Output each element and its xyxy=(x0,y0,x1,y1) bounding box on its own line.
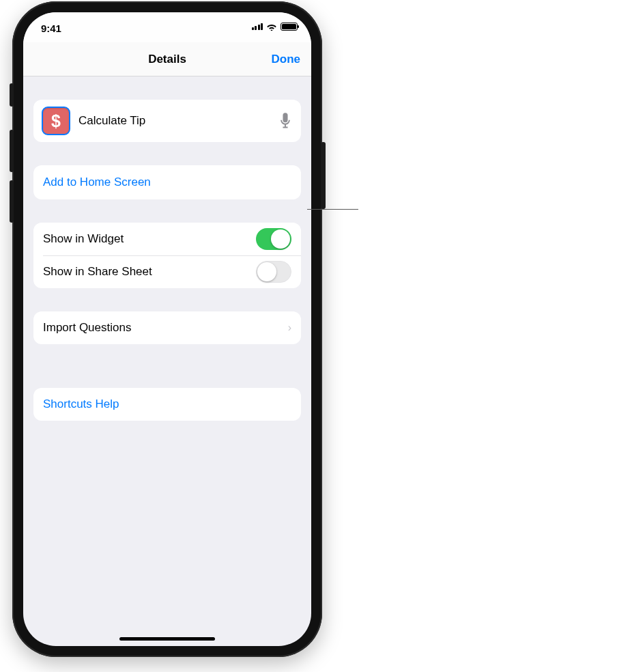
show-in-share-sheet-toggle[interactable] xyxy=(256,261,291,283)
shortcut-name-row[interactable]: $ Calculate Tip xyxy=(33,100,301,142)
shortcut-name-group: $ Calculate Tip xyxy=(33,100,301,142)
show-in-widget-toggle[interactable] xyxy=(256,228,291,250)
import-questions-button[interactable]: Import Questions › xyxy=(33,311,301,344)
chevron-right-icon: › xyxy=(288,322,291,334)
toggles-group: Show in Widget Show in Share Sheet xyxy=(33,223,301,288)
show-in-widget-row: Show in Widget xyxy=(33,223,301,255)
help-group: Shortcuts Help xyxy=(33,388,301,421)
add-to-home-screen-label: Add to Home Screen xyxy=(43,176,291,189)
import-questions-label: Import Questions xyxy=(43,321,288,335)
device-frame: 9:41 Details Done xyxy=(12,1,322,657)
shortcuts-help-button[interactable]: Shortcuts Help xyxy=(33,388,301,421)
shortcuts-help-label: Shortcuts Help xyxy=(43,397,291,411)
svg-rect-1 xyxy=(283,113,287,122)
show-in-widget-label: Show in Widget xyxy=(43,232,256,246)
show-in-share-sheet-row: Show in Share Sheet xyxy=(33,255,301,288)
add-home-group: Add to Home Screen xyxy=(33,165,301,199)
battery-icon xyxy=(281,23,298,31)
status-bar: 9:41 xyxy=(23,12,311,42)
cellular-icon xyxy=(252,23,263,30)
screen: 9:41 Details Done xyxy=(23,12,311,646)
side-button-silence xyxy=(10,83,14,107)
import-group: Import Questions › xyxy=(33,311,301,344)
show-in-share-sheet-label: Show in Share Sheet xyxy=(43,265,256,279)
callout-line xyxy=(307,209,358,210)
add-to-home-screen-button[interactable]: Add to Home Screen xyxy=(33,165,301,199)
wifi-icon xyxy=(266,23,277,31)
content: $ Calculate Tip xyxy=(23,76,311,421)
side-button-volume-up xyxy=(10,130,14,172)
side-button-power xyxy=(321,142,326,209)
nav-bar: Details Done xyxy=(23,42,311,76)
status-right xyxy=(252,23,298,31)
shortcut-name-field[interactable]: Calculate Tip xyxy=(78,114,279,128)
svg-text:$: $ xyxy=(51,111,61,130)
done-button[interactable]: Done xyxy=(272,53,301,66)
side-button-volume-down xyxy=(10,180,14,223)
home-indicator[interactable] xyxy=(119,637,215,641)
dollar-icon[interactable]: $ xyxy=(42,107,70,135)
dictate-icon[interactable] xyxy=(279,112,291,130)
nav-title: Details xyxy=(148,53,186,66)
status-time: 9:41 xyxy=(41,23,61,34)
